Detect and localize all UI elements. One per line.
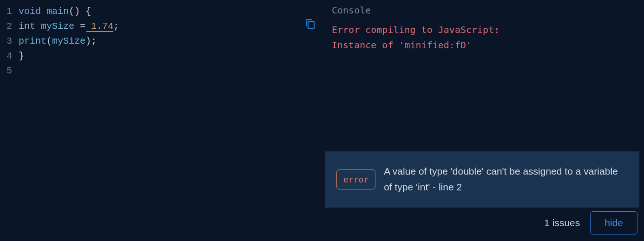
error-message: A value of type 'double' can't be assign… bbox=[384, 163, 628, 195]
code-token: 1.74 bbox=[91, 21, 113, 32]
line-content: void main() { bbox=[19, 6, 325, 17]
line-content: print(mySize); bbox=[19, 36, 325, 46]
code-token: print bbox=[19, 36, 46, 46]
code-token: ) bbox=[85, 36, 91, 46]
copy-icon[interactable] bbox=[304, 18, 317, 31]
code-token: = bbox=[74, 21, 91, 32]
issues-panel: error A value of type 'double' can't be … bbox=[325, 151, 639, 208]
line-number: 3 bbox=[0, 36, 19, 46]
console-error-line: Instance of 'minified:fD' bbox=[332, 38, 644, 53]
code-line[interactable]: 4} bbox=[0, 48, 325, 63]
line-number: 1 bbox=[0, 6, 19, 17]
code-line[interactable]: 5 bbox=[0, 63, 325, 78]
console-error-output: Error compiling to JavaScript: Instance … bbox=[332, 22, 644, 53]
code-token: main bbox=[46, 6, 69, 17]
issues-bar: 1 issues hide bbox=[544, 211, 637, 234]
line-content: int mySize = 1.74; bbox=[19, 21, 325, 32]
code-token bbox=[41, 6, 46, 17]
hide-button[interactable]: hide bbox=[590, 211, 637, 234]
code-token: int bbox=[19, 21, 35, 32]
code-token: mySize bbox=[41, 21, 74, 32]
code-token: () bbox=[69, 6, 80, 17]
code-token: ; bbox=[91, 36, 97, 46]
line-number: 2 bbox=[0, 21, 19, 32]
issues-count: 1 issues bbox=[544, 217, 580, 228]
code-line[interactable]: 2int mySize = 1.74; bbox=[0, 19, 325, 33]
code-token: ( bbox=[46, 36, 52, 46]
code-token bbox=[35, 21, 41, 32]
line-number: 4 bbox=[0, 51, 19, 61]
error-badge: error bbox=[336, 169, 375, 189]
error-underline bbox=[86, 31, 113, 32]
code-token: ; bbox=[113, 21, 119, 32]
code-content: 1void main() {2int mySize = 1.74;3print(… bbox=[0, 4, 325, 78]
line-content: } bbox=[19, 51, 325, 61]
code-token: } bbox=[19, 51, 24, 61]
code-token: mySize bbox=[52, 36, 85, 46]
code-line[interactable]: 1void main() { bbox=[0, 4, 325, 19]
line-number: 5 bbox=[0, 65, 19, 76]
code-editor-pane[interactable]: 1void main() {2int mySize = 1.74;3print(… bbox=[0, 0, 325, 241]
code-line[interactable]: 3print(mySize); bbox=[0, 33, 325, 48]
console-title: Console bbox=[332, 5, 644, 16]
code-token: void bbox=[19, 6, 41, 17]
console-error-line: Error compiling to JavaScript: bbox=[332, 22, 644, 38]
console-pane: Console Error compiling to JavaScript: I… bbox=[325, 0, 644, 241]
code-token: { bbox=[80, 6, 91, 17]
